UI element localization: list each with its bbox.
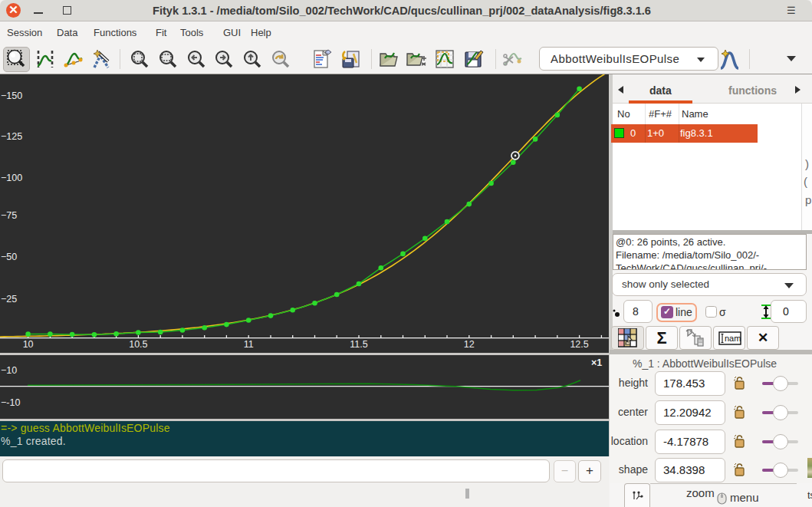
svg-text:−150: −150 — [1, 91, 22, 101]
svg-text:nam: nam — [725, 334, 741, 343]
svg-text:11.5: 11.5 — [350, 339, 367, 350]
svg-text:10.5: 10.5 — [129, 339, 147, 350]
svg-text:12.5: 12.5 — [570, 339, 588, 350]
svg-text:10: 10 — [23, 339, 34, 350]
svg-text:12: 12 — [464, 339, 475, 350]
svg-text:−75: −75 — [1, 210, 17, 221]
svg-text:11: 11 — [244, 339, 254, 350]
svg-text:−25: −25 — [1, 294, 17, 305]
svg-text:×1: ×1 — [591, 357, 602, 368]
svg-text:−-10: −-10 — [1, 397, 20, 408]
svg-text:−50: −50 — [1, 252, 17, 262]
svg-text:−10: −10 — [1, 365, 17, 376]
svg-text:−100: −100 — [1, 173, 22, 183]
svg-text:−125: −125 — [1, 131, 22, 142]
